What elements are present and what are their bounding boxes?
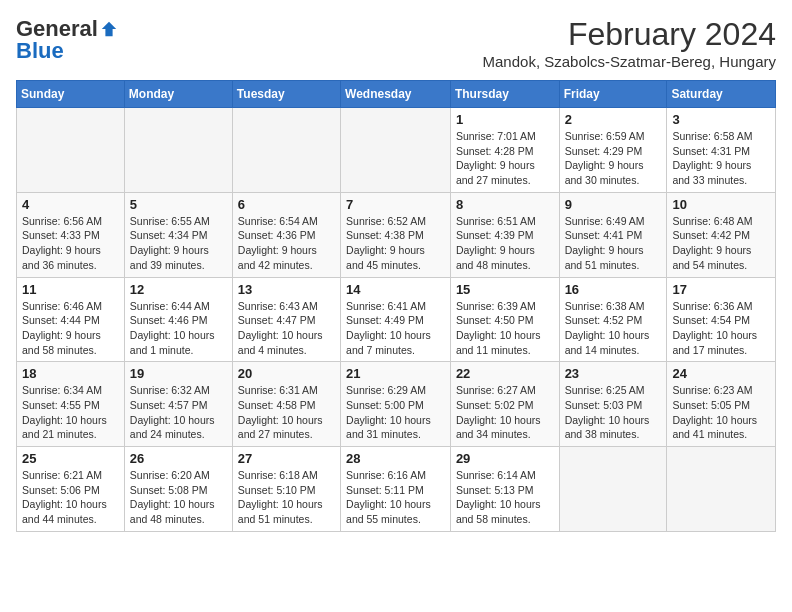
day-info: Sunrise: 6:54 AM Sunset: 4:36 PM Dayligh… <box>238 214 335 273</box>
logo-blue-text: Blue <box>16 38 64 64</box>
location-title: Mandok, Szabolcs-Szatmar-Bereg, Hungary <box>483 53 776 70</box>
day-info: Sunrise: 6:34 AM Sunset: 4:55 PM Dayligh… <box>22 383 119 442</box>
day-info: Sunrise: 6:43 AM Sunset: 4:47 PM Dayligh… <box>238 299 335 358</box>
day-cell: 14Sunrise: 6:41 AM Sunset: 4:49 PM Dayli… <box>341 277 451 362</box>
logo: General Blue <box>16 16 118 64</box>
week-row-5: 25Sunrise: 6:21 AM Sunset: 5:06 PM Dayli… <box>17 447 776 532</box>
day-number: 5 <box>130 197 227 212</box>
day-number: 23 <box>565 366 662 381</box>
day-info: Sunrise: 6:39 AM Sunset: 4:50 PM Dayligh… <box>456 299 554 358</box>
day-number: 20 <box>238 366 335 381</box>
day-cell: 12Sunrise: 6:44 AM Sunset: 4:46 PM Dayli… <box>124 277 232 362</box>
calendar-body: 1Sunrise: 7:01 AM Sunset: 4:28 PM Daylig… <box>17 108 776 532</box>
day-header-friday: Friday <box>559 81 667 108</box>
day-cell: 4Sunrise: 6:56 AM Sunset: 4:33 PM Daylig… <box>17 192 125 277</box>
day-cell: 17Sunrise: 6:36 AM Sunset: 4:54 PM Dayli… <box>667 277 776 362</box>
day-cell: 27Sunrise: 6:18 AM Sunset: 5:10 PM Dayli… <box>232 447 340 532</box>
day-info: Sunrise: 6:58 AM Sunset: 4:31 PM Dayligh… <box>672 129 770 188</box>
calendar-table: SundayMondayTuesdayWednesdayThursdayFrid… <box>16 80 776 532</box>
day-cell: 13Sunrise: 6:43 AM Sunset: 4:47 PM Dayli… <box>232 277 340 362</box>
day-cell <box>341 108 451 193</box>
day-number: 18 <box>22 366 119 381</box>
day-number: 14 <box>346 282 445 297</box>
day-number: 12 <box>130 282 227 297</box>
day-number: 17 <box>672 282 770 297</box>
day-info: Sunrise: 6:48 AM Sunset: 4:42 PM Dayligh… <box>672 214 770 273</box>
day-cell: 9Sunrise: 6:49 AM Sunset: 4:41 PM Daylig… <box>559 192 667 277</box>
day-info: Sunrise: 6:20 AM Sunset: 5:08 PM Dayligh… <box>130 468 227 527</box>
month-title: February 2024 <box>483 16 776 53</box>
header-row: SundayMondayTuesdayWednesdayThursdayFrid… <box>17 81 776 108</box>
day-cell: 11Sunrise: 6:46 AM Sunset: 4:44 PM Dayli… <box>17 277 125 362</box>
day-cell: 16Sunrise: 6:38 AM Sunset: 4:52 PM Dayli… <box>559 277 667 362</box>
day-number: 21 <box>346 366 445 381</box>
title-block: February 2024 Mandok, Szabolcs-Szatmar-B… <box>483 16 776 70</box>
day-cell: 20Sunrise: 6:31 AM Sunset: 4:58 PM Dayli… <box>232 362 340 447</box>
day-cell: 8Sunrise: 6:51 AM Sunset: 4:39 PM Daylig… <box>450 192 559 277</box>
calendar-header: SundayMondayTuesdayWednesdayThursdayFrid… <box>17 81 776 108</box>
day-number: 6 <box>238 197 335 212</box>
day-cell: 25Sunrise: 6:21 AM Sunset: 5:06 PM Dayli… <box>17 447 125 532</box>
day-cell: 6Sunrise: 6:54 AM Sunset: 4:36 PM Daylig… <box>232 192 340 277</box>
week-row-4: 18Sunrise: 6:34 AM Sunset: 4:55 PM Dayli… <box>17 362 776 447</box>
day-cell: 24Sunrise: 6:23 AM Sunset: 5:05 PM Dayli… <box>667 362 776 447</box>
day-cell <box>17 108 125 193</box>
day-cell: 10Sunrise: 6:48 AM Sunset: 4:42 PM Dayli… <box>667 192 776 277</box>
day-cell: 19Sunrise: 6:32 AM Sunset: 4:57 PM Dayli… <box>124 362 232 447</box>
day-number: 29 <box>456 451 554 466</box>
day-number: 9 <box>565 197 662 212</box>
day-header-saturday: Saturday <box>667 81 776 108</box>
day-number: 19 <box>130 366 227 381</box>
day-info: Sunrise: 6:27 AM Sunset: 5:02 PM Dayligh… <box>456 383 554 442</box>
day-number: 1 <box>456 112 554 127</box>
day-cell: 29Sunrise: 6:14 AM Sunset: 5:13 PM Dayli… <box>450 447 559 532</box>
day-info: Sunrise: 6:18 AM Sunset: 5:10 PM Dayligh… <box>238 468 335 527</box>
day-number: 7 <box>346 197 445 212</box>
day-info: Sunrise: 6:56 AM Sunset: 4:33 PM Dayligh… <box>22 214 119 273</box>
day-number: 10 <box>672 197 770 212</box>
day-cell: 21Sunrise: 6:29 AM Sunset: 5:00 PM Dayli… <box>341 362 451 447</box>
day-number: 15 <box>456 282 554 297</box>
day-info: Sunrise: 6:36 AM Sunset: 4:54 PM Dayligh… <box>672 299 770 358</box>
day-info: Sunrise: 6:46 AM Sunset: 4:44 PM Dayligh… <box>22 299 119 358</box>
day-number: 3 <box>672 112 770 127</box>
week-row-3: 11Sunrise: 6:46 AM Sunset: 4:44 PM Dayli… <box>17 277 776 362</box>
day-number: 2 <box>565 112 662 127</box>
page-header: General Blue February 2024 Mandok, Szabo… <box>16 16 776 70</box>
day-number: 28 <box>346 451 445 466</box>
day-cell: 22Sunrise: 6:27 AM Sunset: 5:02 PM Dayli… <box>450 362 559 447</box>
day-info: Sunrise: 6:25 AM Sunset: 5:03 PM Dayligh… <box>565 383 662 442</box>
day-info: Sunrise: 7:01 AM Sunset: 4:28 PM Dayligh… <box>456 129 554 188</box>
day-cell <box>559 447 667 532</box>
day-cell: 26Sunrise: 6:20 AM Sunset: 5:08 PM Dayli… <box>124 447 232 532</box>
day-number: 26 <box>130 451 227 466</box>
day-cell <box>667 447 776 532</box>
logo-icon <box>100 20 118 38</box>
day-cell: 23Sunrise: 6:25 AM Sunset: 5:03 PM Dayli… <box>559 362 667 447</box>
day-info: Sunrise: 6:29 AM Sunset: 5:00 PM Dayligh… <box>346 383 445 442</box>
day-header-tuesday: Tuesday <box>232 81 340 108</box>
day-info: Sunrise: 6:52 AM Sunset: 4:38 PM Dayligh… <box>346 214 445 273</box>
day-info: Sunrise: 6:51 AM Sunset: 4:39 PM Dayligh… <box>456 214 554 273</box>
day-number: 22 <box>456 366 554 381</box>
day-cell: 15Sunrise: 6:39 AM Sunset: 4:50 PM Dayli… <box>450 277 559 362</box>
week-row-2: 4Sunrise: 6:56 AM Sunset: 4:33 PM Daylig… <box>17 192 776 277</box>
day-header-monday: Monday <box>124 81 232 108</box>
day-cell <box>232 108 340 193</box>
day-header-sunday: Sunday <box>17 81 125 108</box>
day-info: Sunrise: 6:44 AM Sunset: 4:46 PM Dayligh… <box>130 299 227 358</box>
day-cell: 3Sunrise: 6:58 AM Sunset: 4:31 PM Daylig… <box>667 108 776 193</box>
day-info: Sunrise: 6:31 AM Sunset: 4:58 PM Dayligh… <box>238 383 335 442</box>
day-info: Sunrise: 6:55 AM Sunset: 4:34 PM Dayligh… <box>130 214 227 273</box>
day-header-wednesday: Wednesday <box>341 81 451 108</box>
svg-marker-0 <box>102 22 116 36</box>
day-cell: 7Sunrise: 6:52 AM Sunset: 4:38 PM Daylig… <box>341 192 451 277</box>
week-row-1: 1Sunrise: 7:01 AM Sunset: 4:28 PM Daylig… <box>17 108 776 193</box>
day-cell <box>124 108 232 193</box>
day-info: Sunrise: 6:41 AM Sunset: 4:49 PM Dayligh… <box>346 299 445 358</box>
day-number: 4 <box>22 197 119 212</box>
day-header-thursday: Thursday <box>450 81 559 108</box>
day-cell: 1Sunrise: 7:01 AM Sunset: 4:28 PM Daylig… <box>450 108 559 193</box>
day-number: 8 <box>456 197 554 212</box>
day-number: 24 <box>672 366 770 381</box>
